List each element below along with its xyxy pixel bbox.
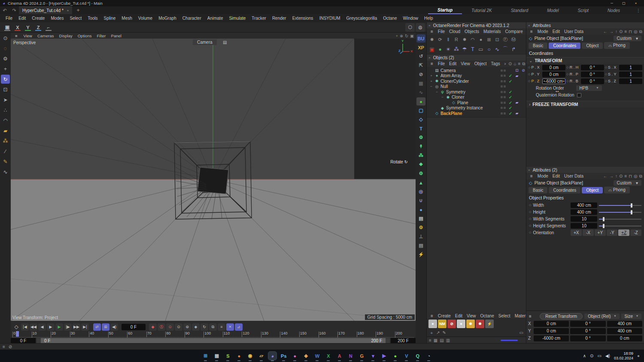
search-commander-tool[interactable]: ⊙ <box>1 33 10 42</box>
objects-close-icon[interactable]: × <box>428 56 431 60</box>
attributes-burger-icon[interactable]: ≡ <box>528 29 535 34</box>
bullet-icon[interactable]: BU <box>416 34 425 42</box>
object-label[interactable]: ClonerCylinder <box>440 79 499 84</box>
octane-vdb-icon[interactable]: T <box>469 46 476 53</box>
attr-up-icon[interactable]: ↑ <box>615 29 617 34</box>
material-load-icon[interactable]: ↗ <box>436 330 440 335</box>
attr-search-icon[interactable]: ⊙ <box>619 29 623 34</box>
viewport-burger-icon[interactable]: ≡ <box>12 33 20 38</box>
strip-cubes-icon[interactable]: ❖ <box>416 160 425 169</box>
menu-item[interactable]: Greyscalegorilla <box>343 16 380 21</box>
coord-size-field[interactable]: 400 cm <box>607 328 642 334</box>
viewport-toggle-icon[interactable]: ▣ <box>410 33 414 38</box>
document-tab[interactable]: HyperCube_Tut.c4d * × <box>19 6 72 14</box>
octane-menu-item[interactable]: File <box>436 29 447 34</box>
strip-cube-icon[interactable]: ◇ <box>416 115 425 124</box>
menu-item[interactable]: Mesh <box>118 16 135 21</box>
viewport-view-label[interactable]: Perspective <box>13 40 36 45</box>
taskbar-onenote-button[interactable]: N <box>346 352 355 360</box>
attributes2-tab[interactable]: ⌓ Phong <box>604 187 630 193</box>
object-label[interactable]: Symmetry <box>446 90 499 94</box>
menu-item[interactable]: Modes <box>48 16 67 21</box>
rotation-order-dropdown[interactable]: HPB▾ <box>576 85 602 91</box>
taskbar-q-button[interactable]: Q <box>413 352 422 360</box>
next-frame-button[interactable]: |▶ <box>64 323 72 331</box>
attributes2-tab[interactable]: Basic <box>529 187 547 193</box>
selection-move-tool[interactable]: ➤ <box>1 95 10 104</box>
attributes2-close-icon[interactable]: × <box>528 168 530 172</box>
taskbar-vu-button[interactable]: V <box>402 352 410 360</box>
strip-undo-icon[interactable]: ↺ <box>416 52 425 60</box>
range-end-field[interactable]: 200 F <box>391 338 416 343</box>
attr-popout-icon[interactable]: ⧉ <box>639 29 642 34</box>
attributes-tab[interactable]: ⌓ Phong <box>604 42 630 49</box>
enabled-check-icon[interactable]: ✓ <box>508 90 513 94</box>
tray-volume-icon[interactable]: ◀) <box>605 353 610 358</box>
attributes2-menu-item[interactable]: Mode <box>535 174 550 178</box>
taskbar-start-button[interactable]: ⊞ <box>201 352 210 360</box>
taskbar-play-button[interactable]: ▶ <box>380 352 388 360</box>
move-tool[interactable]: + <box>1 64 10 73</box>
attributes-menu-item[interactable]: Mode <box>535 29 550 34</box>
record-rotation-button[interactable]: ⊚ <box>183 323 191 331</box>
tree-item-symmetry-instance[interactable]: ◆ Symmetry Instance ✓ <box>427 106 526 111</box>
octane-spline-icon[interactable]: ∿ <box>494 46 501 53</box>
tag-icon[interactable]: ▰ <box>514 111 519 115</box>
attr2-lock-icon[interactable]: ⊓ <box>629 174 632 179</box>
square-pen-tool[interactable]: ▰ <box>1 126 10 135</box>
rotation-field[interactable]: 0 ° <box>581 65 604 70</box>
prev-key-button[interactable]: ◀◀ <box>30 323 37 331</box>
coord-size-field[interactable]: 400 cm <box>607 321 642 327</box>
material-add-row[interactable]: ＋↗✎ <box>429 330 446 336</box>
layout-tab[interactable]: Startup <box>428 6 462 14</box>
scale-field[interactable]: 1 <box>619 78 642 84</box>
taskbar-access-button[interactable]: A <box>335 352 343 360</box>
material-white-sphere-2[interactable]: ● <box>457 320 465 328</box>
viewport-menu-item[interactable]: View <box>21 33 35 38</box>
strip-square-icon[interactable]: ▢ <box>416 106 425 115</box>
menu-item[interactable]: MoGraph <box>155 16 179 21</box>
strip-ring-icon[interactable]: ◎ <box>416 187 425 196</box>
layout-more-icon[interactable]: ⋮ <box>633 8 644 13</box>
strip-gear2-icon[interactable]: ⚙ <box>416 169 425 178</box>
new-tab-button[interactable]: + <box>72 7 84 13</box>
objects-menu-item[interactable]: File <box>436 61 447 66</box>
material-octane-x[interactable]: ✸ <box>476 320 484 328</box>
object-label[interactable]: Null <box>440 84 499 89</box>
enabled-check-icon[interactable]: ✓ <box>508 106 513 110</box>
enable-dots[interactable] <box>501 102 507 104</box>
enable-dots[interactable] <box>501 75 507 77</box>
viewport-menu-item[interactable]: Display <box>57 33 75 38</box>
menu-item[interactable]: Help <box>421 16 436 21</box>
tree-item-backplane[interactable]: ◇ BackPlane ✓ ▰ <box>427 111 526 116</box>
coord-position-field[interactable]: 0 cm <box>534 321 569 327</box>
freeze-transform-header[interactable]: › FREEZE TRANSFORM <box>526 101 644 108</box>
attr2-popout-icon[interactable]: ⧉ <box>639 174 642 179</box>
strip-clamp-icon[interactable]: ⊥ <box>416 232 425 241</box>
undo-icon[interactable]: ↶ <box>0 8 9 13</box>
taskbar-chrome-button[interactable]: ◉ <box>246 352 254 360</box>
record-layers-button[interactable]: ≡ <box>218 323 225 331</box>
orientation-button[interactable]: -Y <box>607 229 618 236</box>
material-add-icon[interactable]: ＋ <box>429 330 434 336</box>
objects-panel-header[interactable]: × Objects (2) <box>427 54 526 60</box>
orientation-button[interactable]: +X <box>571 229 582 236</box>
menu-item[interactable]: Window <box>400 16 421 21</box>
menu-item[interactable]: Octane <box>380 16 400 21</box>
coord-burger-icon[interactable]: ≡ <box>529 314 532 319</box>
goto-end-button[interactable]: ▶| <box>81 323 89 331</box>
tag2-icon[interactable]: ⊘ <box>521 68 526 72</box>
taskbar-tri-button[interactable]: ▼ <box>369 352 377 360</box>
solo-button[interactable]: ✕ <box>226 323 234 331</box>
menu-item[interactable]: Tools <box>85 16 100 21</box>
attributes2-tab[interactable]: Coordinates <box>549 187 580 193</box>
keyframe-bar-button[interactable]: ⊞ <box>102 323 109 331</box>
strip-cam2-icon[interactable]: ▤ <box>416 214 425 223</box>
taskbar-firefox-button[interactable]: ● <box>235 352 243 360</box>
coordinate-system-icon[interactable]: ⌐ <box>44 23 53 32</box>
current-frame-field[interactable]: 0 F <box>122 324 146 330</box>
menu-item[interactable]: Animate <box>204 16 226 21</box>
material-nm[interactable]: NM <box>438 320 447 328</box>
tray-display-icon[interactable]: ▭ <box>597 353 601 358</box>
taskbar-photoshop-button[interactable]: Ps <box>279 352 288 360</box>
